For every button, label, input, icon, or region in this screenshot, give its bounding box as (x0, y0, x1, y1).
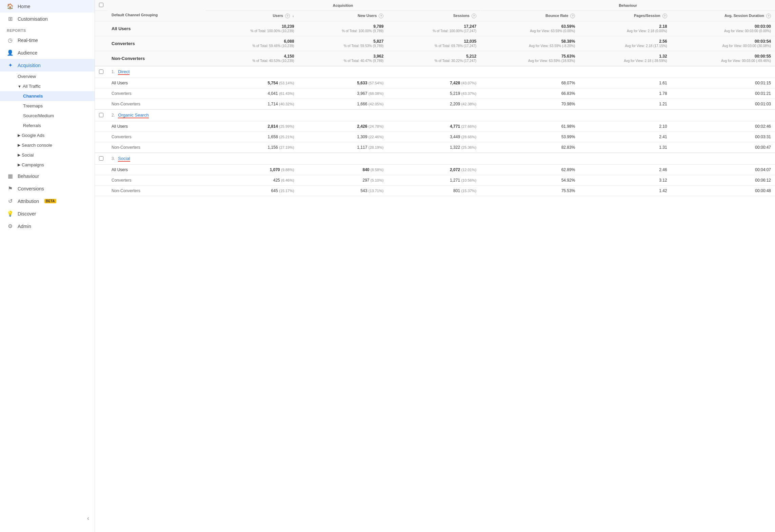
sidebar-item-behaviour[interactable]: ▦ Behaviour (0, 170, 95, 182)
pages-session-col-header[interactable]: Pages/Session ? (579, 11, 671, 21)
channel-1-checkbox-cell[interactable] (95, 66, 107, 78)
acquisition-icon: ✦ (7, 62, 14, 68)
channel-2-row-1-avg-session: 00:03:31 (671, 132, 775, 142)
bounce-rate-help-icon[interactable]: ? (570, 14, 575, 18)
non-converters-label: Non-Converters (112, 56, 145, 61)
channel-1-row-1-sessions: 5,219 (43.37%) (388, 88, 480, 99)
channel-1-row-2: Non-Converters 1,714 (40.32%) 1,666 (42.… (95, 99, 775, 110)
sidebar-item-search-console[interactable]: ▶ Search console (0, 140, 95, 150)
channel-3-row-1-users: 425 (6.46%) (205, 175, 298, 186)
pages-session-help-icon[interactable]: ? (662, 14, 667, 18)
channel-2-row-2: Non-Converters 1,156 (27.19%) 1,117 (28.… (95, 142, 775, 153)
channel-3-row-1-avg-session: 00:06:12 (671, 175, 775, 186)
sidebar-item-source-medium[interactable]: Source/Medium (0, 111, 95, 121)
channel-1-row-2-avg-session: 00:01:03 (671, 99, 775, 110)
sidebar-item-home-label: Home (18, 4, 30, 9)
sidebar-item-attribution[interactable]: ↺ Attribution BETA (0, 195, 95, 207)
sidebar-collapse-button[interactable]: ‹ (0, 511, 95, 525)
col-spacer (95, 11, 107, 21)
sidebar-item-customisation[interactable]: ⊞ Customisation (0, 13, 95, 25)
sidebar-item-realtime[interactable]: ◷ Real-time (0, 34, 95, 46)
new-users-label: New Users (358, 14, 377, 18)
converters-label: Converters (112, 41, 135, 46)
avg-session-label: Avg. Session Duration (724, 14, 764, 18)
select-all-checkbox[interactable] (99, 3, 103, 7)
all-users-avg-session: 00:03:00 Avg for View: 00:03:00 (0.00%) (671, 21, 775, 36)
sidebar-item-acquisition[interactable]: ✦ Acquisition (0, 59, 95, 71)
sidebar-item-realtime-label: Real-time (18, 38, 38, 43)
users-sort-arrow[interactable]: ↓ (292, 14, 294, 18)
new-users-col-header[interactable]: New Users ? (298, 11, 388, 21)
sidebar-item-google-ads[interactable]: ▶ Google Ads (0, 130, 95, 140)
sidebar-item-audience[interactable]: 👤 Audience (0, 46, 95, 59)
channel-3-checkbox-cell[interactable] (95, 153, 107, 165)
select-all-checkbox-header[interactable] (95, 0, 107, 11)
sessions-col-header[interactable]: Sessions ? (388, 11, 480, 21)
converters-sessions: 12,035 % of Total: 69.78% (17,247) (388, 36, 480, 51)
channel-1-link[interactable]: Direct (118, 69, 130, 75)
channel-3-row-0-sessions: 2,072 (12.01%) (388, 165, 480, 175)
channel-2-row-1-sessions: 3,449 (28.66%) (388, 132, 480, 142)
channel-2-row-1-users: 1,658 (25.21%) (205, 132, 298, 142)
avg-session-col-header[interactable]: Avg. Session Duration ? (671, 11, 775, 21)
sidebar-item-treemaps[interactable]: Treemaps (0, 101, 95, 111)
channel-2-checkbox-cell[interactable] (95, 109, 107, 121)
reports-section-header: REPORTS (0, 25, 95, 34)
sessions-help-icon[interactable]: ? (472, 14, 476, 18)
channel-2-row-2-label: Non-Converters (107, 142, 205, 153)
channel-3-row-2-sessions: 801 (15.37%) (388, 186, 480, 196)
conversions-icon: ⚑ (7, 185, 14, 192)
sidebar-item-overview[interactable]: Overview (0, 71, 95, 81)
sidebar-item-social[interactable]: ▶ Social (0, 150, 95, 160)
sidebar-item-campaigns-label: Campaigns (22, 162, 44, 167)
sidebar-item-referrals[interactable]: Referrals (0, 121, 95, 130)
all-users-summary-row: All Users 10,239 % of Total: 100.00% (10… (95, 21, 775, 36)
avg-session-help-icon[interactable]: ? (766, 14, 771, 18)
channel-2-row-0-sessions: 4,771 (27.66%) (388, 121, 480, 132)
channel-3-row-0-avg-session: 00:04:07 (671, 165, 775, 175)
pages-session-label: Pages/Session (634, 14, 660, 18)
sidebar-item-conversions-label: Conversions (18, 186, 44, 191)
channel-1-row-2-new-users: 1,666 (42.05%) (298, 99, 388, 110)
users-col-header[interactable]: Users ? ↓ (205, 11, 298, 21)
channel-1-row-0-avg-session: 00:01:15 (671, 78, 775, 88)
channel-2-row-0-users: 2,814 (25.99%) (205, 121, 298, 132)
sidebar-item-overview-label: Overview (18, 74, 36, 79)
channel-2-name-cell: 2. Organic Search (107, 109, 775, 121)
channel-1-num: 1. (112, 69, 115, 74)
channel-1-row-2-pages-session: 1.21 (579, 99, 671, 110)
channel-3-row-0-bounce-rate: 62.89% (480, 165, 579, 175)
channel-3-row-2-users: 645 (15.17%) (205, 186, 298, 196)
sidebar-item-discover[interactable]: 💡 Discover (0, 207, 95, 220)
all-users-new-users: 9,789 % of Total: 100.00% (9,789) (298, 21, 388, 36)
channel-3-row-2-pages-session: 1.42 (579, 186, 671, 196)
channel-1-name-cell: 1. Direct (107, 66, 775, 78)
sidebar-item-treemaps-label: Treemaps (23, 103, 43, 108)
channel-3-row-2-label: Non-Converters (107, 186, 205, 196)
sidebar-item-conversions[interactable]: ⚑ Conversions (0, 182, 95, 195)
sidebar-item-admin[interactable]: ⚙ Admin (0, 220, 95, 232)
sidebar-item-campaigns[interactable]: ▶ Campaigns (0, 160, 95, 170)
channel-1-row-2-bounce-rate: 70.98% (480, 99, 579, 110)
channel-3-name-cell: 3. Social (107, 153, 775, 165)
channel-grouping-header: Default Channel Grouping (107, 0, 205, 21)
channel-3-row-1-pages-session: 3.12 (579, 175, 671, 186)
sidebar-item-channels-label: Channels (23, 94, 43, 99)
sessions-label: Sessions (453, 14, 470, 18)
users-help-icon[interactable]: ? (285, 14, 290, 18)
channel-2-checkbox[interactable] (99, 113, 103, 117)
new-users-help-icon[interactable]: ? (379, 14, 383, 18)
channel-1-row-0-bounce-rate: 68.07% (480, 78, 579, 88)
sidebar-item-all-traffic[interactable]: ▼ All Traffic (0, 81, 95, 91)
converters-users: 6,088 % of Total: 59.46% (10,239) (205, 36, 298, 51)
channel-1-checkbox[interactable] (99, 69, 103, 74)
channel-3-row-2-avg-session: 00:00:48 (671, 186, 775, 196)
sidebar-item-source-medium-label: Source/Medium (23, 113, 54, 118)
channel-3-link[interactable]: Social (118, 156, 130, 162)
channel-3-checkbox[interactable] (99, 156, 103, 161)
bounce-rate-col-header[interactable]: Bounce Rate ? (480, 11, 579, 21)
sidebar-item-channels[interactable]: Channels (0, 91, 95, 101)
channel-2-link[interactable]: Organic Search (118, 112, 148, 118)
sidebar-item-home[interactable]: 🏠 Home (0, 0, 95, 13)
sidebar-item-customisation-label: Customisation (18, 16, 48, 22)
